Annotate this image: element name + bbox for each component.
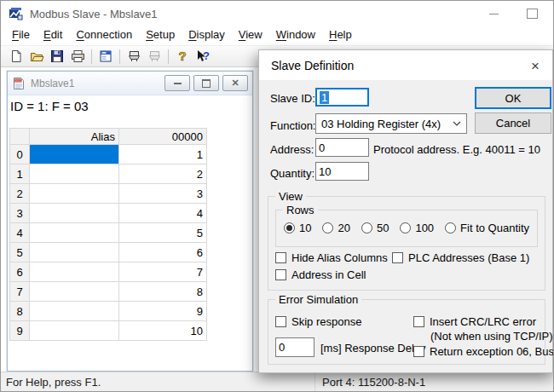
new-file-button[interactable] — [6, 47, 26, 66]
address-in-cell-checkbox[interactable]: Address in Cell — [275, 268, 366, 281]
function-dropdown[interactable]: 03 Holding Register (4x) — [315, 113, 467, 134]
grid-row-header[interactable]: 4 — [10, 223, 30, 243]
minimize-button[interactable] — [475, 1, 513, 26]
radio-label: 100 — [415, 222, 434, 234]
checkbox-icon — [275, 269, 286, 280]
grid-cell-alias[interactable] — [30, 204, 119, 223]
grid-cell-alias[interactable] — [30, 223, 119, 243]
connect-button[interactable] — [124, 47, 144, 66]
grid-cell-value[interactable]: 3 — [119, 184, 207, 204]
menu-bar: FileEditConnectionSetupDisplayViewWindow… — [1, 26, 553, 45]
grid-row-header[interactable]: 3 — [10, 204, 30, 223]
disconnect-button[interactable] — [144, 47, 164, 66]
grid-cell-alias[interactable] — [30, 184, 119, 204]
doc-close-button[interactable]: ✕ — [222, 75, 248, 91]
grid-row-header[interactable]: 0 — [10, 145, 30, 164]
doc-restore-button[interactable] — [193, 75, 219, 91]
checkbox-icon — [413, 316, 424, 327]
radio-icon — [284, 222, 295, 233]
grid-row-header[interactable]: 9 — [10, 321, 30, 341]
grid-cell-value[interactable]: 1 — [119, 145, 207, 164]
open-file-button[interactable] — [26, 47, 47, 66]
slave-id-label: Slave ID: — [270, 92, 315, 105]
grid-cell-alias[interactable] — [30, 243, 119, 262]
cancel-button[interactable]: Cancel — [475, 112, 551, 134]
menu-setup[interactable]: Setup — [139, 26, 182, 43]
response-delay-input[interactable]: 0 — [275, 337, 315, 357]
grid-cell-alias[interactable] — [30, 164, 119, 184]
grid-cell-alias[interactable] — [30, 145, 119, 164]
grid-cell-value[interactable]: 5 — [119, 223, 207, 243]
dialog-close-button[interactable]: × — [526, 56, 545, 75]
context-help-button[interactable]: ? — [193, 47, 213, 66]
grid-cell-value[interactable]: 9 — [119, 302, 207, 321]
quantity-input[interactable]: 10 — [315, 162, 369, 181]
grid-alias-header[interactable]: Alias — [30, 129, 119, 145]
grid-cell-alias[interactable] — [30, 262, 119, 282]
menu-help[interactable]: Help — [322, 26, 359, 43]
save-button[interactable] — [47, 47, 67, 66]
print-button[interactable] — [67, 47, 88, 66]
chevron-down-icon — [453, 121, 461, 126]
response-delay-value: 0 — [279, 341, 285, 354]
radio-rows-50[interactable]: 50 — [361, 222, 389, 234]
grid-cell-alias[interactable] — [30, 302, 119, 321]
checkbox-icon — [275, 252, 286, 263]
grid-row: 45 — [10, 223, 207, 243]
menu-edit[interactable]: Edit — [37, 26, 69, 43]
menu-connection[interactable]: Connection — [69, 26, 139, 43]
rows-radio-group: 10 20 50 100 — [284, 222, 540, 234]
grid-row-header[interactable]: 6 — [10, 262, 30, 282]
grid-row: 34 — [10, 204, 207, 223]
status-port-text: Port 4: 115200-8-N-1 — [322, 376, 425, 389]
main-window: Modbus Slave - Mbslave1 FileEditConnecti… — [0, 0, 554, 392]
hide-alias-checkbox[interactable]: Hide Alias Columns — [275, 251, 388, 264]
menu-window[interactable]: Window — [269, 26, 322, 43]
grid-cell-value[interactable]: 6 — [119, 243, 207, 262]
grid-cell-value[interactable]: 4 — [119, 204, 207, 223]
print-icon — [71, 49, 85, 63]
grid-row: 01 — [10, 145, 207, 164]
radio-fit-to-quantity[interactable]: Fit to Quantity — [445, 222, 529, 234]
grid-row-header[interactable]: 5 — [10, 243, 30, 262]
display-setup-button[interactable] — [95, 47, 116, 66]
slave-id-value: 1 — [320, 91, 329, 104]
slave-id-input[interactable]: 1 — [315, 88, 369, 107]
grid-value-header[interactable]: 00000 — [119, 129, 207, 145]
ok-button[interactable]: OK — [475, 87, 551, 109]
grid-cell-alias[interactable] — [30, 282, 119, 302]
grid-row-header[interactable]: 2 — [10, 184, 30, 204]
grid-row-header[interactable]: 8 — [10, 302, 30, 321]
return-exception-checkbox[interactable]: Return exception 06, Busy — [413, 345, 554, 358]
address-input[interactable]: 0 — [315, 138, 369, 157]
grid-cell-alias[interactable] — [30, 321, 119, 341]
skip-response-checkbox[interactable]: Skip response — [275, 315, 361, 328]
maximize-button[interactable] — [513, 1, 551, 26]
grid-row-header[interactable]: 1 — [10, 164, 30, 184]
grid-row: 67 — [10, 262, 207, 282]
status-bar: For Help, press F1. Port 4: 115200-8-N-1 — [1, 372, 553, 391]
grid-row-header[interactable]: 7 — [10, 282, 30, 302]
view-groupbox: View Rows 10 20 50 — [268, 196, 545, 291]
grid-cell-value[interactable]: 2 — [119, 164, 207, 184]
radio-icon — [445, 222, 456, 233]
radio-rows-10[interactable]: 10 — [284, 222, 311, 234]
menu-display[interactable]: Display — [182, 26, 232, 43]
grid-cell-value[interactable]: 10 — [119, 321, 207, 341]
minimize-icon — [489, 14, 499, 14]
radio-rows-20[interactable]: 20 — [322, 222, 349, 234]
menu-view[interactable]: View — [232, 26, 269, 43]
doc-window-title-bar[interactable]: DOC Mbslave1 ✕ — [8, 72, 252, 95]
help-button[interactable]: ? — [172, 47, 193, 66]
grid-cell-value[interactable]: 7 — [119, 262, 207, 282]
grid-corner-header[interactable] — [10, 129, 30, 145]
quantity-label: Quantity: — [270, 167, 315, 180]
plc-addresses-checkbox[interactable]: PLC Addresses (Base 1) — [392, 251, 529, 264]
doc-minimize-button[interactable] — [164, 75, 190, 91]
toolbar-separator — [168, 49, 169, 64]
menu-file[interactable]: File — [5, 26, 37, 43]
radio-rows-100[interactable]: 100 — [400, 222, 434, 234]
insert-crc-error-checkbox[interactable]: Insert CRC/LRC error — [413, 315, 536, 328]
doc-window-controls: ✕ — [164, 75, 248, 91]
grid-cell-value[interactable]: 8 — [119, 282, 207, 302]
